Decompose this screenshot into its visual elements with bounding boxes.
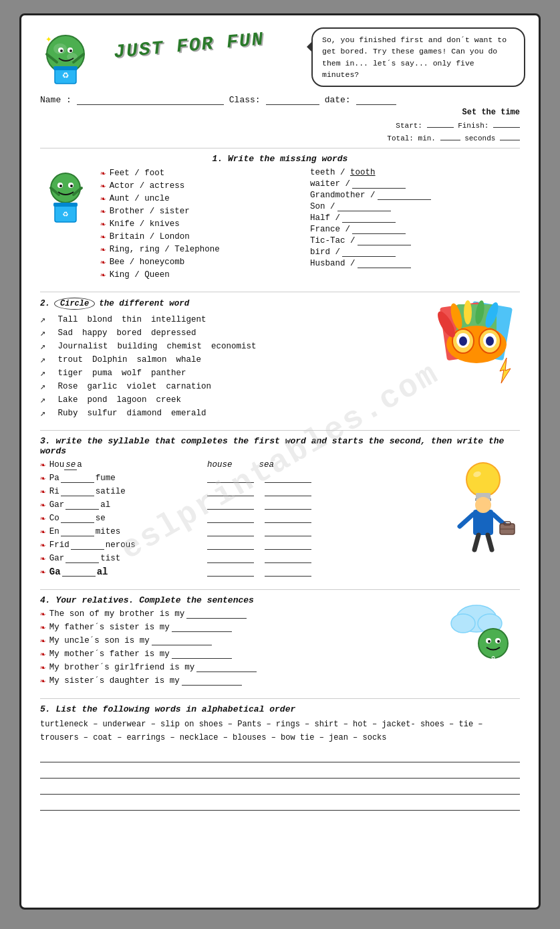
bullet-icon: ❧ bbox=[100, 231, 106, 242]
word2-field[interactable] bbox=[265, 540, 311, 550]
s1-mascot: ♻ bbox=[40, 168, 100, 231]
circle-word: Circle bbox=[54, 298, 95, 310]
svg-point-39 bbox=[466, 463, 500, 496]
list-item: ↗Sadhappyboreddepressed bbox=[40, 327, 426, 338]
list-item: ❧ Gar al bbox=[40, 500, 441, 510]
section-5: 5. List the following words in alphabeti… bbox=[40, 704, 520, 811]
set-time-title: Set the time bbox=[40, 108, 520, 117]
word2-field[interactable] bbox=[265, 567, 311, 577]
list-item: Half / bbox=[310, 213, 520, 223]
word2-field[interactable] bbox=[265, 487, 311, 496]
svg-rect-44 bbox=[473, 510, 493, 535]
blank-field[interactable] bbox=[61, 527, 94, 536]
s4-content: 4. Your relatives. Complete the sentence… bbox=[40, 595, 433, 689]
arrow-icon: ↗ bbox=[40, 381, 45, 392]
blank-field[interactable] bbox=[61, 474, 94, 483]
answer-field[interactable] bbox=[186, 609, 247, 619]
svg-line-48 bbox=[474, 535, 478, 550]
blank-field[interactable] bbox=[62, 567, 96, 577]
answer-field[interactable] bbox=[378, 191, 431, 200]
s1-right-col: teeth / toothwaiter / Grandmother / Son … bbox=[310, 168, 520, 282]
answer-field[interactable] bbox=[337, 202, 391, 211]
s5-line-1[interactable] bbox=[40, 750, 520, 762]
class-label: Class: bbox=[229, 95, 261, 105]
title-area: JUST FOR FUN bbox=[107, 35, 265, 56]
start-input[interactable] bbox=[427, 117, 454, 128]
blank-field[interactable] bbox=[65, 500, 99, 510]
seconds-input[interactable] bbox=[500, 130, 520, 140]
arrow-icon: ↗ bbox=[40, 327, 45, 338]
svg-point-32 bbox=[486, 336, 494, 346]
bullet-icon: ❧ bbox=[100, 244, 106, 255]
svg-text:✦: ✦ bbox=[45, 33, 52, 45]
class-input[interactable] bbox=[266, 94, 319, 105]
blank-field[interactable] bbox=[61, 487, 94, 496]
bullet-icon: ❧ bbox=[40, 566, 45, 577]
arrow-icon: ↗ bbox=[40, 407, 45, 419]
word2-field[interactable] bbox=[265, 527, 311, 536]
section-3: 3. write the syllable that completes the… bbox=[40, 436, 520, 580]
s5-line-2[interactable] bbox=[40, 766, 520, 779]
main-title: JUST FOR FUN bbox=[113, 29, 265, 63]
date-input[interactable] bbox=[356, 94, 396, 105]
svg-point-5 bbox=[60, 49, 63, 52]
word2-field[interactable] bbox=[265, 474, 311, 483]
finish-input[interactable] bbox=[493, 117, 520, 128]
s5-line-4[interactable] bbox=[40, 799, 520, 811]
svg-point-45 bbox=[475, 497, 491, 513]
list-item: ❧Brother / sister bbox=[100, 206, 310, 217]
answer-field[interactable] bbox=[172, 649, 232, 659]
s3-wrapper: ❧ Hou se a house sea ❧ Pa fume ❧ Ri sati… bbox=[40, 459, 520, 580]
bullet-icon: ❧ bbox=[40, 635, 45, 646]
answer-field[interactable] bbox=[172, 623, 232, 632]
word2-field[interactable] bbox=[265, 514, 311, 523]
answer-field[interactable] bbox=[342, 213, 396, 223]
word2-field[interactable] bbox=[265, 554, 311, 563]
list-item: ❧ En mites bbox=[40, 526, 441, 537]
blank-field[interactable] bbox=[65, 554, 99, 563]
arrow-icon: ↗ bbox=[40, 340, 45, 352]
answer-field[interactable] bbox=[342, 247, 396, 257]
list-item: ❧My uncle´s son is my bbox=[40, 635, 433, 646]
blank-field[interactable] bbox=[71, 540, 104, 550]
blank-field[interactable] bbox=[61, 514, 94, 523]
word1-field[interactable] bbox=[207, 474, 254, 483]
word1-field[interactable] bbox=[207, 514, 254, 523]
answer-field[interactable] bbox=[182, 676, 242, 686]
s2-title: the different word bbox=[99, 299, 189, 308]
s4-rows: ❧The son of my brother is my ❧My father´… bbox=[40, 609, 433, 686]
total-input[interactable] bbox=[440, 130, 460, 140]
list-item: ↗Tallblondthinintelligent bbox=[40, 314, 426, 325]
answer-field[interactable] bbox=[358, 236, 411, 245]
word1-field[interactable] bbox=[207, 554, 254, 563]
name-input[interactable] bbox=[77, 94, 224, 105]
word1-field[interactable] bbox=[207, 527, 254, 536]
arrow-icon: ↗ bbox=[40, 314, 45, 325]
word1-field[interactable] bbox=[207, 487, 254, 496]
answer-field[interactable] bbox=[358, 259, 411, 268]
word1-field[interactable] bbox=[207, 500, 254, 510]
answer-field[interactable] bbox=[352, 179, 406, 189]
list-item: ❧My father´s sister is my bbox=[40, 622, 433, 633]
list-item: ❧Britain / London bbox=[100, 231, 310, 242]
answer-field[interactable] bbox=[196, 663, 257, 672]
word1-field[interactable] bbox=[207, 540, 254, 550]
bullet-icon: ❧ bbox=[100, 168, 106, 179]
answer-field[interactable] bbox=[352, 225, 406, 234]
list-item: ❧My sister´s daughter is my bbox=[40, 676, 433, 686]
list-item: ↗troutDolphinsalmonwhale bbox=[40, 354, 426, 365]
bullet-icon: ❧ bbox=[40, 622, 45, 633]
bullet-icon: ❧ bbox=[100, 219, 106, 229]
list-item: ❧ Gar tist bbox=[40, 553, 441, 564]
word1-field[interactable] bbox=[207, 567, 254, 577]
s5-line-3[interactable] bbox=[40, 783, 520, 795]
section-1: 1. Write the missing words ♻ bbox=[40, 154, 520, 282]
s5-words: turtleneck – underwear – slip on shoes –… bbox=[40, 718, 520, 745]
svg-point-13 bbox=[51, 173, 80, 203]
list-item: ❧My mother´s father is my bbox=[40, 649, 433, 659]
answer-field[interactable] bbox=[152, 636, 212, 645]
name-label: Name : bbox=[40, 95, 72, 105]
word2-field[interactable] bbox=[265, 500, 311, 510]
arrow-icon: ↗ bbox=[40, 354, 45, 365]
list-item: ❧ Ga al bbox=[40, 566, 441, 577]
